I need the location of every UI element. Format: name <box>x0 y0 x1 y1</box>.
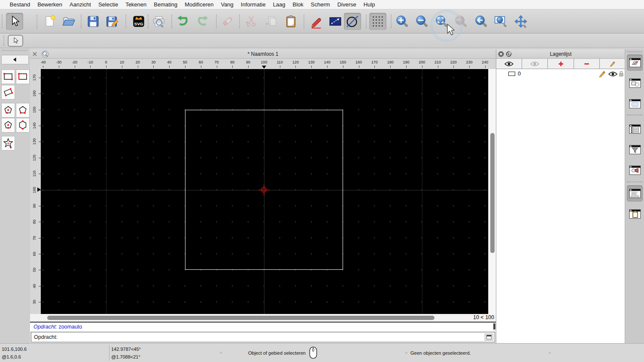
svg-export-button[interactable]: SVG <box>130 13 147 30</box>
clipboard-panel-button[interactable] <box>627 206 643 222</box>
active-tool-button[interactable] <box>8 35 23 47</box>
ruler-tick <box>280 66 280 68</box>
polygon-side-button[interactable] <box>16 118 30 133</box>
menu-diverse[interactable]: Diverse <box>334 1 360 8</box>
delete-button[interactable] <box>219 13 236 30</box>
rectangle-2-corners-button[interactable] <box>1 69 15 84</box>
menu-modificeren[interactable]: Modificeren <box>181 1 217 8</box>
menu-scherm[interactable]: Scherm <box>307 1 334 8</box>
history-scrollbar-thumb[interactable] <box>493 323 495 329</box>
zoom-previous-button[interactable] <box>472 13 489 30</box>
copy-button[interactable] <box>263 13 280 30</box>
polygon-2-corners-button[interactable] <box>16 103 30 118</box>
menu-bewerken[interactable]: Bewerken <box>34 1 66 8</box>
edit-layer-button[interactable] <box>600 59 625 69</box>
property-list-panel-button[interactable] <box>627 121 643 137</box>
toolbar-separator <box>171 15 172 28</box>
menu-bemating[interactable]: Bemating <box>150 1 181 8</box>
toolbar-separator <box>125 15 126 28</box>
grid-toggle-button[interactable] <box>369 13 386 30</box>
save-button[interactable] <box>85 13 102 30</box>
star-tool-button[interactable] <box>1 136 15 151</box>
selection-filter-panel-button[interactable] <box>627 142 643 158</box>
dock-separator <box>627 115 643 115</box>
zoom-auto-button[interactable] <box>433 13 450 30</box>
ruler-label: 130 <box>32 136 36 147</box>
ruler-label: 80 <box>227 60 238 64</box>
menu-blok[interactable]: Blok <box>289 1 307 8</box>
vertical-scrollbar[interactable] <box>488 69 496 314</box>
select-tool-button[interactable] <box>6 13 23 30</box>
zoom-window-button[interactable] <box>492 13 509 30</box>
cut-button[interactable] <box>243 13 260 30</box>
redo-button[interactable] <box>194 13 211 30</box>
command-input[interactable]: Opdracht: <box>31 332 495 342</box>
polar-relative: @1.7088<21° <box>111 354 140 359</box>
vertical-scrollbar-thumb[interactable] <box>490 133 495 253</box>
menu-bestand[interactable]: Bestand <box>6 1 34 8</box>
ruler-label: 70 <box>32 232 36 244</box>
main-toolbar: SVG <box>0 9 644 33</box>
layer-panel-header: Lagenlijst <box>496 49 625 59</box>
ruler-tick <box>422 66 422 68</box>
layer-edit-pencil-icon[interactable] <box>598 70 606 78</box>
draw-mode-button[interactable] <box>308 13 325 30</box>
command-window-button[interactable] <box>485 334 493 341</box>
toolbar-separator <box>81 15 82 28</box>
rectangle-size-button[interactable] <box>16 69 30 84</box>
ruler-tick <box>185 66 185 68</box>
menu-hulp[interactable]: Hulp <box>360 1 379 8</box>
layer-list-panel-button[interactable] <box>627 54 643 71</box>
view-panel-button[interactable] <box>627 162 643 178</box>
meta-grid-line <box>106 69 106 314</box>
menu-selectie[interactable]: Selectie <box>94 1 122 8</box>
toolbar-separator <box>239 15 240 28</box>
save-as-button[interactable] <box>103 13 121 30</box>
command-line-panel-button[interactable] <box>627 185 643 202</box>
menu-tekenen[interactable]: Tekenen <box>122 1 150 8</box>
history-scrollbar[interactable] <box>493 323 495 331</box>
block-list-panel-button[interactable] <box>627 75 643 91</box>
ruler-tick <box>327 66 328 68</box>
library-browser-panel-button[interactable] <box>627 96 643 112</box>
zoom-out-button[interactable] <box>413 13 430 30</box>
remove-layer-button[interactable] <box>574 59 600 69</box>
meta-grid-line <box>422 69 422 314</box>
zoom-selection-button[interactable] <box>452 13 469 30</box>
horizontal-scrollbar[interactable]: 10 < 100 <box>30 314 496 322</box>
paste-button[interactable] <box>283 13 300 30</box>
toolbar-drag-handle <box>3 36 4 46</box>
ruler-label: -20 <box>69 60 80 64</box>
status-separator-dot <box>549 352 551 354</box>
pan-button[interactable] <box>512 13 529 30</box>
drawing-canvas[interactable] <box>41 69 488 314</box>
menu-vang[interactable]: Vang <box>217 1 237 8</box>
new-file-button[interactable] <box>41 13 58 30</box>
palette-back-button[interactable] <box>1 55 29 64</box>
construction-mode-button[interactable] <box>344 13 361 30</box>
zoom-in-button[interactable] <box>393 13 410 30</box>
ruler-label: 160 <box>32 88 36 99</box>
open-file-button[interactable] <box>60 13 77 30</box>
menu-informatie[interactable]: Informatie <box>237 1 269 8</box>
polygon-center-corner-button[interactable] <box>1 103 15 118</box>
print-preview-button[interactable] <box>150 13 167 30</box>
menu-aanzicht[interactable]: Aanzicht <box>66 1 95 8</box>
layer-row[interactable]: 0 <box>496 69 625 79</box>
horizontal-scrollbar-thumb[interactable] <box>47 316 434 320</box>
show-all-layers-button[interactable] <box>496 59 522 69</box>
ruler-label: 150 <box>32 104 36 115</box>
layer-lock-icon[interactable] <box>619 71 624 77</box>
undo-button[interactable] <box>174 13 191 30</box>
rectangle-rotated-button[interactable] <box>1 85 15 100</box>
layer-visibility-eye-icon[interactable] <box>608 71 617 77</box>
status-divider <box>109 345 109 361</box>
menu-laag[interactable]: Laag <box>269 1 289 8</box>
dimension-mode-button[interactable] <box>327 13 344 30</box>
ruler-label: 120 <box>32 152 36 163</box>
vertical-ruler: 17016015014013012011010090807060504030 <box>30 69 41 314</box>
layer-color-swatch[interactable] <box>508 72 515 76</box>
polygon-center-edge-button[interactable] <box>1 118 15 133</box>
add-layer-button[interactable] <box>548 59 574 69</box>
hide-all-layers-button[interactable] <box>522 59 548 69</box>
